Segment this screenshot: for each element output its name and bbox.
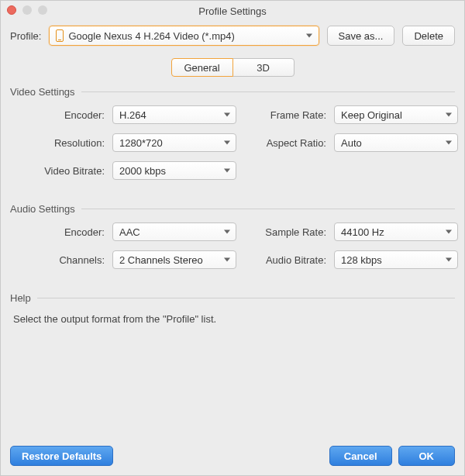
tabs: General 3D <box>1 58 464 77</box>
profile-label: Profile: <box>10 30 41 42</box>
profile-select[interactable]: Google Nexus 4 H.264 Video (*.mp4) <box>49 26 319 46</box>
chevron-down-icon <box>446 230 452 234</box>
chevron-down-icon <box>446 113 452 117</box>
audio-encoder-label: Encoder: <box>13 226 106 238</box>
delete-button[interactable]: Delete <box>402 26 455 46</box>
chevron-down-icon <box>224 113 230 117</box>
tab-3d[interactable]: 3D <box>232 58 294 77</box>
audio-encoder-select[interactable]: AAC <box>112 222 236 241</box>
channels-select[interactable]: 2 Channels Stereo <box>112 250 236 269</box>
channels-label: Channels: <box>13 254 106 266</box>
sample-rate-label: Sample Rate: <box>243 226 328 238</box>
chevron-down-icon <box>224 230 230 234</box>
chevron-down-icon <box>224 141 230 145</box>
profile-settings-window: Profile Settings Profile: Google Nexus 4… <box>0 0 465 476</box>
resolution-select[interactable]: 1280*720 <box>112 133 236 152</box>
zoom-icon[interactable] <box>38 5 47 15</box>
cancel-button[interactable]: Cancel <box>329 446 392 466</box>
video-bitrate-label: Video Bitrate: <box>13 165 106 177</box>
help-group: Help Select the output format from the "… <box>10 292 455 325</box>
audio-bitrate-label: Audio Bitrate: <box>243 254 328 266</box>
video-encoder-select[interactable]: H.264 <box>112 105 236 124</box>
profile-toolbar: Profile: Google Nexus 4 H.264 Video (*.m… <box>1 21 464 53</box>
close-icon[interactable] <box>7 5 16 15</box>
audio-settings-group: Audio Settings Encoder: AAC Sample Rate:… <box>10 203 455 269</box>
profile-value: Google Nexus 4 H.264 Video (*.mp4) <box>68 30 234 42</box>
help-title: Help <box>10 292 31 304</box>
video-settings-group: Video Settings Encoder: H.264 Frame Rate… <box>10 86 455 180</box>
ok-button[interactable]: OK <box>398 446 456 466</box>
chevron-down-icon <box>224 258 230 262</box>
help-text: Select the output format from the "Profi… <box>13 313 452 325</box>
video-bitrate-select[interactable]: 2000 kbps <box>112 161 236 180</box>
tab-general[interactable]: General <box>171 58 233 77</box>
minimize-icon[interactable] <box>22 5 32 15</box>
chevron-down-icon <box>224 169 230 173</box>
audio-bitrate-select[interactable]: 128 kbps <box>334 250 458 269</box>
frame-rate-label: Frame Rate: <box>243 109 328 121</box>
window-title: Profile Settings <box>7 5 458 17</box>
chevron-down-icon <box>446 258 452 262</box>
aspect-ratio-select[interactable]: Auto <box>334 133 458 152</box>
traffic-lights <box>7 5 47 15</box>
aspect-ratio-label: Aspect Ratio: <box>243 137 328 149</box>
audio-settings-title: Audio Settings <box>10 203 75 215</box>
divider <box>81 91 455 92</box>
footer: Restore Defaults Cancel OK <box>1 438 464 475</box>
divider <box>37 298 455 298</box>
chevron-down-icon <box>306 34 312 38</box>
video-settings-title: Video Settings <box>10 86 75 98</box>
divider <box>81 209 455 209</box>
encoder-label: Encoder: <box>13 109 106 121</box>
resolution-label: Resolution: <box>13 137 106 149</box>
restore-defaults-button[interactable]: Restore Defaults <box>10 446 113 466</box>
sample-rate-select[interactable]: 44100 Hz <box>334 222 458 241</box>
frame-rate-select[interactable]: Keep Original <box>334 105 458 124</box>
phone-icon <box>56 29 64 42</box>
save-as-button[interactable]: Save as... <box>327 26 395 46</box>
titlebar: Profile Settings <box>1 1 464 21</box>
chevron-down-icon <box>446 141 452 145</box>
